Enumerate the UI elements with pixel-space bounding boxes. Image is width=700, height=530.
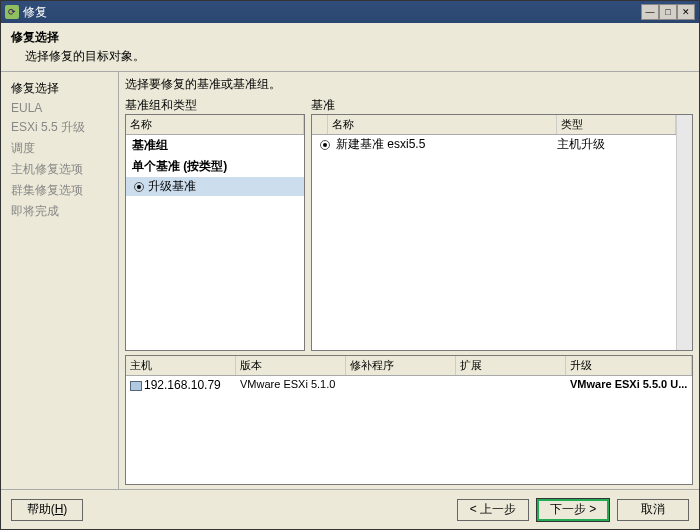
window-buttons: — □ ✕: [641, 4, 695, 20]
baseline-row[interactable]: 新建基准 esxi5.5 主机升级: [312, 135, 676, 154]
col-upgrade[interactable]: 升级: [566, 356, 692, 375]
col-name[interactable]: 名称: [126, 115, 304, 134]
baselines-list: 名称 类型 新建基准 esxi5.5 主机升级: [311, 114, 693, 351]
page-title: 修复选择: [11, 29, 689, 46]
baseline-item-upgrade[interactable]: 升级基准: [126, 177, 304, 196]
baseline-name: 新建基准 esxi5.5: [334, 136, 557, 153]
host-pane: 主机 版本 修补程序 扩展 升级 192.168.10.79 VMware ES…: [125, 355, 693, 485]
footer: 帮助(H) < 上一步 下一步 > 取消: [1, 489, 699, 529]
page-header: 修复选择 选择修复的目标对象。: [1, 23, 699, 72]
host-row[interactable]: 192.168.10.79 VMware ESXi 5.1.0 VMware E…: [126, 376, 692, 394]
col-check[interactable]: [312, 115, 328, 134]
baseline-groups-label: 基准组和类型: [125, 97, 305, 114]
col-baseline-name[interactable]: 名称: [328, 115, 557, 134]
baseline-groups-header: 名称: [126, 115, 304, 135]
host-table-header: 主机 版本 修补程序 扩展 升级: [126, 356, 692, 376]
help-button[interactable]: 帮助(H): [11, 499, 83, 521]
col-ext[interactable]: 扩展: [456, 356, 566, 375]
group-label: 基准组: [126, 135, 304, 156]
wizard-window: ⟳ 修复 — □ ✕ 修复选择 选择修复的目标对象。 修复选择 EULA ESX…: [0, 0, 700, 530]
col-baseline-type[interactable]: 类型: [557, 115, 676, 134]
baseline-groups-body: 基准组 单个基准 (按类型) 升级基准: [126, 135, 304, 350]
step-remediate-select[interactable]: 修复选择: [1, 78, 118, 99]
back-button[interactable]: < 上一步: [457, 499, 529, 521]
top-panes: 基准组和类型 名称 基准组 单个基准 (按类型) 升级基准: [125, 97, 693, 351]
app-icon: ⟳: [5, 5, 19, 19]
main-content: 选择要修复的基准或基准组。 基准组和类型 名称 基准组 单个基准 (按类型): [119, 72, 699, 489]
page-subtitle: 选择修复的目标对象。: [25, 48, 689, 65]
radio-icon: [320, 140, 330, 150]
host-icon: [130, 381, 142, 391]
baseline-groups-list: 名称 基准组 单个基准 (按类型) 升级基准: [125, 114, 305, 351]
cell-host: 192.168.10.79: [126, 377, 236, 393]
col-version[interactable]: 版本: [236, 356, 346, 375]
window-title: 修复: [23, 4, 641, 21]
next-button[interactable]: 下一步 >: [537, 499, 609, 521]
close-button[interactable]: ✕: [677, 4, 695, 20]
body: 修复选择 EULA ESXi 5.5 升级 调度 主机修复选项 群集修复选项 即…: [1, 72, 699, 489]
radio-icon: [134, 182, 144, 192]
wizard-steps: 修复选择 EULA ESXi 5.5 升级 调度 主机修复选项 群集修复选项 即…: [1, 72, 119, 489]
cell-ext: [456, 377, 566, 393]
subgroup-label: 单个基准 (按类型): [126, 156, 304, 177]
baseline-item-label: 升级基准: [148, 178, 196, 195]
baselines-label: 基准: [311, 97, 693, 114]
cancel-button[interactable]: 取消: [617, 499, 689, 521]
step-eula[interactable]: EULA: [1, 99, 118, 117]
cell-version: VMware ESXi 5.1.0: [236, 377, 346, 393]
cell-patches: [346, 377, 456, 393]
baselines-header: 名称 类型: [312, 115, 676, 135]
host-table: 主机 版本 修补程序 扩展 升级 192.168.10.79 VMware ES…: [125, 355, 693, 485]
step-host-options[interactable]: 主机修复选项: [1, 159, 118, 180]
step-cluster-options[interactable]: 群集修复选项: [1, 180, 118, 201]
maximize-button[interactable]: □: [659, 4, 677, 20]
baseline-groups-pane: 基准组和类型 名称 基准组 单个基准 (按类型) 升级基准: [125, 97, 305, 351]
baseline-type: 主机升级: [557, 136, 668, 153]
baselines-body: 新建基准 esxi5.5 主机升级: [312, 135, 676, 350]
baselines-pane: 基准 名称 类型 新建基准 esxi5.5: [311, 97, 693, 351]
titlebar: ⟳ 修复 — □ ✕: [1, 1, 699, 23]
scrollbar[interactable]: [676, 115, 692, 350]
cell-upgrade: VMware ESXi 5.5.0 U...: [566, 377, 692, 393]
step-esxi-upgrade[interactable]: ESXi 5.5 升级: [1, 117, 118, 138]
step-schedule[interactable]: 调度: [1, 138, 118, 159]
col-patches[interactable]: 修补程序: [346, 356, 456, 375]
instruction-label: 选择要修复的基准或基准组。: [125, 76, 693, 93]
col-host[interactable]: 主机: [126, 356, 236, 375]
minimize-button[interactable]: —: [641, 4, 659, 20]
step-ready[interactable]: 即将完成: [1, 201, 118, 222]
